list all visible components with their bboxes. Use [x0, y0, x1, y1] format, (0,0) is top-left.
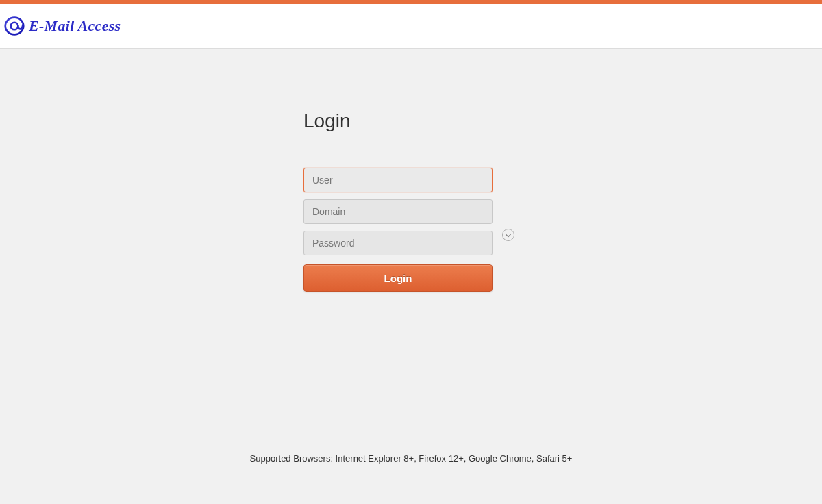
chevron-down-icon [506, 229, 511, 241]
login-panel: Login Login [303, 110, 516, 292]
svg-point-1 [11, 23, 18, 30]
login-button[interactable]: Login [303, 264, 493, 292]
login-title: Login [303, 110, 516, 132]
logo: E-Mail Access [4, 16, 121, 36]
domain-input[interactable] [303, 199, 493, 224]
supported-browsers-text: Supported Browsers: Internet Explorer 8+… [0, 453, 822, 464]
login-form: Login [303, 168, 516, 292]
header: E-Mail Access [0, 4, 822, 49]
password-input[interactable] [303, 231, 493, 255]
svg-point-0 [5, 18, 23, 35]
logo-text: E-Mail Access [29, 17, 121, 35]
expand-options-button[interactable] [502, 229, 514, 241]
user-input[interactable] [303, 168, 493, 192]
at-sign-icon [4, 16, 25, 36]
